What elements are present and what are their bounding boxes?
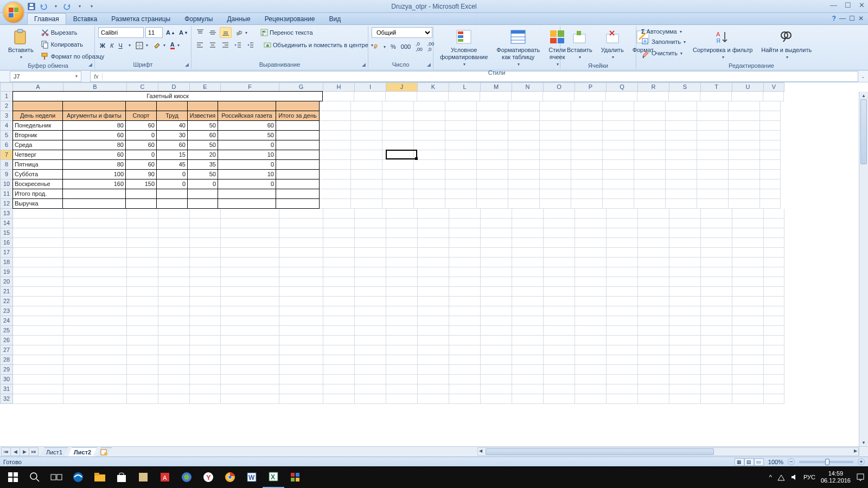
cell[interactable] [190,277,221,287]
cell[interactable] [481,345,512,355]
cell[interactable] [729,111,760,121]
cell[interactable] [638,394,669,404]
view-layout-button[interactable]: ▤ [744,458,754,466]
cell[interactable] [276,159,320,170]
cell[interactable] [355,306,386,316]
cell[interactable] [607,209,638,219]
cell[interactable]: 50 [187,140,218,150]
cell[interactable] [187,101,218,111]
cell[interactable] [449,267,481,277]
cell[interactable] [481,277,512,287]
increase-indent-button[interactable] [245,40,256,50]
font-launcher[interactable]: ◢ [183,61,190,68]
cell[interactable] [418,297,449,306]
cell[interactable] [540,121,571,131]
cell[interactable] [480,92,512,101]
cell[interactable] [732,345,764,355]
cell[interactable] [382,101,414,111]
cell[interactable] [701,258,732,267]
cell[interactable] [508,140,540,150]
cell[interactable] [607,345,638,355]
cell[interactable] [445,150,477,160]
cells-area[interactable]: Газетный киоскДень неделиАргументы и фак… [13,92,784,404]
cell[interactable] [732,336,764,345]
cell[interactable] [697,160,729,170]
cell[interactable]: Четверг [12,150,63,160]
row-header-2[interactable]: 2 [0,101,13,111]
cell[interactable] [449,248,481,258]
cell[interactable] [544,394,575,404]
cell[interactable] [418,258,449,267]
cell[interactable] [544,258,575,267]
cell[interactable] [575,345,607,355]
cell[interactable] [544,287,575,297]
cell[interactable] [355,336,386,345]
cell[interactable] [666,179,697,189]
cell[interactable] [701,297,732,306]
cell[interactable] [190,238,221,248]
col-header-N[interactable]: N [512,82,544,92]
underline-button[interactable]: Ч [117,41,124,50]
find-select-button[interactable]: Найти и выделить [758,27,815,62]
cell[interactable] [764,238,784,248]
cell[interactable] [760,101,781,111]
cell[interactable] [634,101,666,111]
cell[interactable] [729,170,760,179]
cell[interactable] [382,131,414,140]
cell[interactable] [575,277,607,287]
cell[interactable] [158,297,190,306]
cell[interactable] [512,394,544,404]
cell[interactable] [701,219,732,228]
fill-color-button[interactable] [151,41,167,50]
cell[interactable] [158,209,190,219]
cell[interactable] [760,150,781,160]
cell[interactable] [13,375,63,384]
col-header-M[interactable]: M [481,82,512,92]
cell[interactable] [477,140,508,150]
cell[interactable] [512,306,544,316]
cell[interactable] [351,111,382,121]
cell[interactable] [63,267,127,277]
cell[interactable] [351,140,382,150]
cell[interactable] [732,287,764,297]
select-all-corner[interactable] [0,82,13,92]
cell[interactable] [732,365,764,375]
cell[interactable] [607,277,638,287]
cell[interactable] [355,297,386,306]
cell[interactable] [190,326,221,336]
sheet-nav-prev[interactable]: ◀ [10,447,20,456]
cell[interactable] [276,169,320,179]
cell[interactable] [279,219,323,228]
edge-icon[interactable] [67,466,89,488]
cell[interactable] [481,365,512,375]
autosum-button[interactable]: ΣАвтосумма [640,27,687,36]
cell[interactable] [386,326,418,336]
cell[interactable] [323,394,355,404]
cell[interactable] [386,384,418,394]
cell[interactable] [603,121,634,131]
cell[interactable] [323,355,355,365]
cell[interactable] [382,111,414,121]
cell[interactable]: 80 [62,159,126,170]
cell[interactable] [13,228,63,238]
cell[interactable] [414,160,445,170]
col-header-F[interactable]: F [221,82,279,92]
cell[interactable]: 40 [156,120,188,131]
cell[interactable] [156,198,188,209]
cell[interactable] [571,179,603,189]
cell[interactable] [669,238,701,248]
cell[interactable] [323,277,355,287]
cell[interactable] [575,306,607,316]
cell[interactable] [508,199,540,209]
cell[interactable] [190,375,221,384]
cell[interactable] [323,375,355,384]
cell[interactable] [323,336,355,345]
cell[interactable] [386,267,418,277]
cell[interactable] [158,394,190,404]
cell[interactable] [571,121,603,131]
cell[interactable] [449,336,481,345]
ribbon-restore-icon[interactable]: ☐ [849,15,855,22]
cell[interactable] [127,316,158,326]
cell[interactable] [666,199,697,209]
cell[interactable] [351,189,382,199]
